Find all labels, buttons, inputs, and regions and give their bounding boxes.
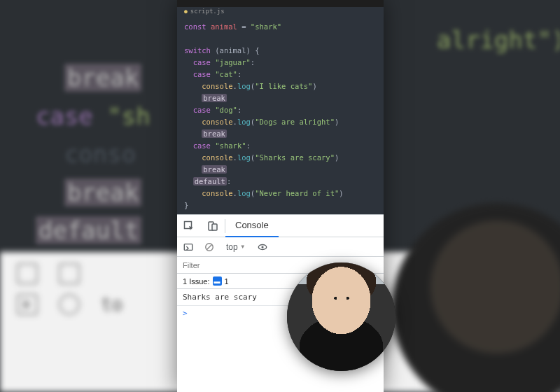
live-expression-button[interactable] xyxy=(254,239,271,255)
svg-rect-3 xyxy=(184,244,192,250)
window-titlebar xyxy=(177,0,384,7)
file-name: script.js xyxy=(190,8,225,15)
svg-point-7 xyxy=(261,246,263,248)
clear-console-button[interactable] xyxy=(201,239,218,255)
file-tab[interactable]: script.js xyxy=(177,7,384,17)
console-toolbar: top ▼ xyxy=(177,237,384,257)
console-sidebar-toggle[interactable] xyxy=(180,239,197,255)
devtools-tabbar: Console xyxy=(177,215,384,237)
console-tab[interactable]: Console xyxy=(225,215,279,237)
svg-rect-2 xyxy=(212,224,217,230)
log-message: Sharks are scary xyxy=(183,293,257,302)
inspect-element-button[interactable] xyxy=(177,215,201,237)
context-label-bg: to xyxy=(101,294,122,315)
issues-label: 1 Issue: xyxy=(183,277,210,286)
webcam-overlay xyxy=(287,262,396,371)
clear-icon xyxy=(59,294,80,315)
device-icon xyxy=(59,263,80,284)
svg-line-5 xyxy=(207,244,212,249)
play-icon xyxy=(17,294,38,315)
execution-context-selector[interactable]: top ▼ xyxy=(222,241,250,253)
inspect-icon xyxy=(17,263,38,284)
toggle-device-button[interactable] xyxy=(201,215,225,237)
context-label: top xyxy=(226,242,238,252)
chevron-down-icon: ▼ xyxy=(240,244,246,250)
code-editor[interactable]: const animal = "shark" switch (animal) {… xyxy=(177,17,384,214)
issues-badge-icon: ▬ xyxy=(213,276,222,286)
issues-count: 1 xyxy=(225,277,229,286)
